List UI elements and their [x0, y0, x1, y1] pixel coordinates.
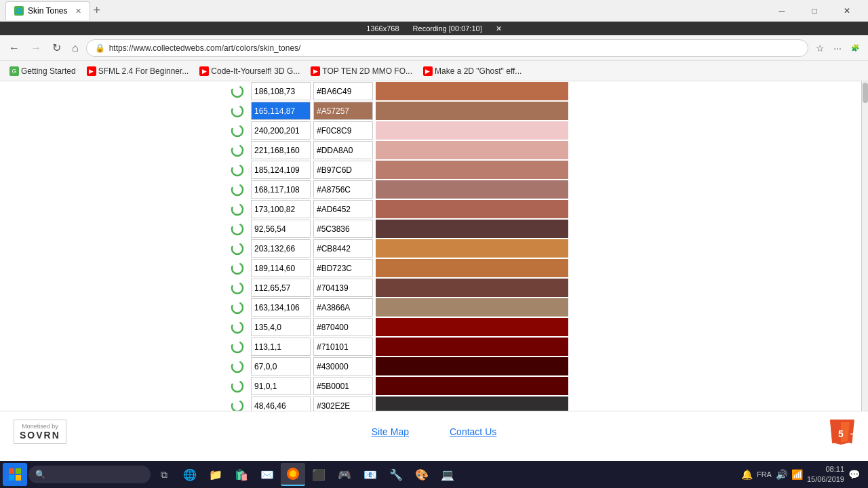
more-options-icon[interactable]: ···	[830, 41, 845, 56]
resolution-display: 1366x768	[366, 24, 399, 33]
app8-icon[interactable]: 📧	[358, 463, 382, 486]
forward-button[interactable]: →	[27, 41, 45, 56]
rgb-input-11[interactable]	[251, 298, 311, 317]
rgb-input-13[interactable]	[251, 338, 311, 356]
rgb-input-0[interactable]	[251, 82, 311, 100]
bookmark-star-icon[interactable]: ☆	[812, 41, 827, 56]
firefox-icon[interactable]	[281, 463, 305, 486]
hex-input-9[interactable]	[313, 259, 373, 277]
hex-input-10[interactable]	[313, 279, 373, 297]
refresh-icon	[230, 399, 245, 411]
notification-icon[interactable]: 🔔	[741, 469, 753, 480]
spinner-6[interactable]	[224, 200, 251, 218]
hex-input-11[interactable]	[313, 298, 373, 317]
taskbar-right: 🔔 FRA 🔊 📶 08:11 15/06/2019 💬	[741, 464, 865, 485]
hex-input-14[interactable]	[313, 357, 373, 375]
hex-input-13[interactable]	[313, 338, 373, 356]
spinner-1[interactable]	[224, 102, 251, 120]
home-button[interactable]: ⌂	[68, 41, 82, 56]
svg-point-11	[232, 302, 243, 313]
bookmark-sfml[interactable]: ▶ SFML 2.4 For Beginner...	[83, 65, 193, 77]
spinner-0[interactable]	[224, 82, 251, 100]
rgb-input-4[interactable]	[251, 161, 311, 179]
spinner-5[interactable]	[224, 180, 251, 199]
hex-input-12[interactable]	[313, 318, 373, 336]
spinner-11[interactable]	[224, 298, 251, 317]
extensions-icon[interactable]: 🧩	[848, 41, 863, 56]
hex-input-2[interactable]	[313, 121, 373, 140]
browser-tab[interactable]: 🌐 Skin Tones ✕	[5, 1, 90, 20]
rgb-input-14[interactable]	[251, 357, 311, 375]
spinner-8[interactable]	[224, 239, 251, 258]
bookmark-code-it[interactable]: ▶ Code-It-Yourself! 3D G...	[195, 65, 304, 77]
edge-browser-icon[interactable]: 🌐	[178, 463, 202, 486]
spinner-15[interactable]	[224, 377, 251, 395]
start-button[interactable]	[3, 463, 27, 486]
hex-input-5[interactable]	[313, 180, 373, 199]
site-map-link[interactable]: Site Map	[372, 426, 409, 437]
refresh-button[interactable]: ↻	[49, 40, 64, 56]
vscode-icon[interactable]: ⬛	[307, 463, 331, 486]
rgb-input-7[interactable]	[251, 220, 311, 238]
recording-close[interactable]: ✕	[496, 24, 502, 33]
taskbar-search[interactable]: 🔍	[28, 466, 151, 483]
rgb-input-1[interactable]	[251, 102, 311, 120]
hex-input-7[interactable]	[313, 220, 373, 238]
spinner-4[interactable]	[224, 161, 251, 179]
mail-icon[interactable]: ✉️	[255, 463, 279, 486]
rgb-input-2[interactable]	[251, 121, 311, 140]
app10-icon[interactable]: 🎨	[410, 463, 434, 486]
maximize-button[interactable]: □	[799, 0, 830, 22]
network-icon[interactable]: 📶	[791, 469, 803, 480]
rgb-input-8[interactable]	[251, 239, 311, 258]
hex-input-3[interactable]	[313, 141, 373, 159]
rgb-input-9[interactable]	[251, 259, 311, 277]
bookmark-getting-started[interactable]: G Getting Started	[5, 65, 80, 77]
bookmark-ghost[interactable]: ▶ Make a 2D "Ghost" eff...	[419, 65, 526, 77]
hex-input-1[interactable]	[313, 102, 373, 120]
spinner-13[interactable]	[224, 338, 251, 356]
hex-input-6[interactable]	[313, 200, 373, 218]
color-data-area	[251, 81, 568, 411]
navigation-bar: ← → ↻ ⌂ 🔒 https://www.collectedwebs.com/…	[0, 35, 868, 61]
rgb-input-5[interactable]	[251, 180, 311, 199]
close-button[interactable]: ✕	[831, 0, 863, 22]
action-center-icon[interactable]: 💬	[848, 469, 860, 480]
spinner-12[interactable]	[224, 318, 251, 336]
rgb-input-15[interactable]	[251, 377, 311, 395]
hex-input-0[interactable]	[313, 82, 373, 100]
volume-icon[interactable]: 🔊	[776, 469, 787, 480]
svg-point-12	[232, 322, 243, 333]
spinner-7[interactable]	[224, 220, 251, 238]
store-icon[interactable]: 🛍️	[229, 463, 254, 486]
spinner-2[interactable]	[224, 121, 251, 140]
bookmark-top-ten[interactable]: ▶ TOP TEN 2D MMO FO...	[307, 65, 416, 77]
minimize-button[interactable]: ─	[766, 0, 797, 22]
rgb-input-6[interactable]	[251, 200, 311, 218]
hex-input-15[interactable]	[313, 377, 373, 395]
address-bar[interactable]: 🔒 https://www.collectedwebs.com/art/colo…	[86, 39, 808, 57]
back-button[interactable]: ←	[5, 41, 23, 56]
rgb-input-10[interactable]	[251, 279, 311, 297]
tab-close-button[interactable]: ✕	[75, 7, 81, 16]
rgb-input-12[interactable]	[251, 318, 311, 336]
spinner-9[interactable]	[224, 259, 251, 277]
rgb-input-3[interactable]	[251, 141, 311, 159]
scrollbar-thumb[interactable]	[863, 83, 868, 103]
app11-icon[interactable]: 💻	[435, 463, 460, 486]
app9-icon[interactable]: 🔧	[384, 463, 408, 486]
contact-us-link[interactable]: Contact Us	[450, 426, 496, 437]
hex-input-16[interactable]	[313, 396, 373, 411]
spinner-10[interactable]	[224, 279, 251, 297]
rgb-input-16[interactable]	[251, 396, 311, 411]
app7-icon[interactable]: 🎮	[332, 463, 357, 486]
spinner-3[interactable]	[224, 141, 251, 159]
spinner-16[interactable]	[224, 396, 251, 411]
hex-input-8[interactable]	[313, 239, 373, 258]
new-tab-button[interactable]: +	[93, 3, 100, 18]
scrollbar[interactable]	[861, 81, 868, 411]
hex-input-4[interactable]	[313, 161, 373, 179]
spinner-14[interactable]	[224, 357, 251, 375]
task-view-button[interactable]: ⧉	[152, 463, 176, 486]
file-explorer-icon[interactable]: 📁	[203, 463, 228, 486]
